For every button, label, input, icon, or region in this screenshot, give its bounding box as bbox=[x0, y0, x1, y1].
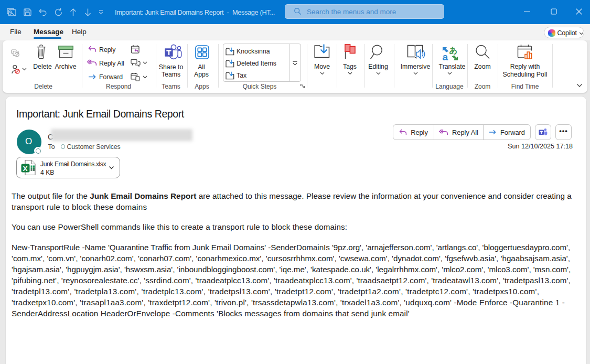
svg-text:X: X bbox=[23, 165, 28, 173]
svg-text:a: a bbox=[443, 51, 448, 62]
svg-text:あ: あ bbox=[449, 46, 458, 55]
